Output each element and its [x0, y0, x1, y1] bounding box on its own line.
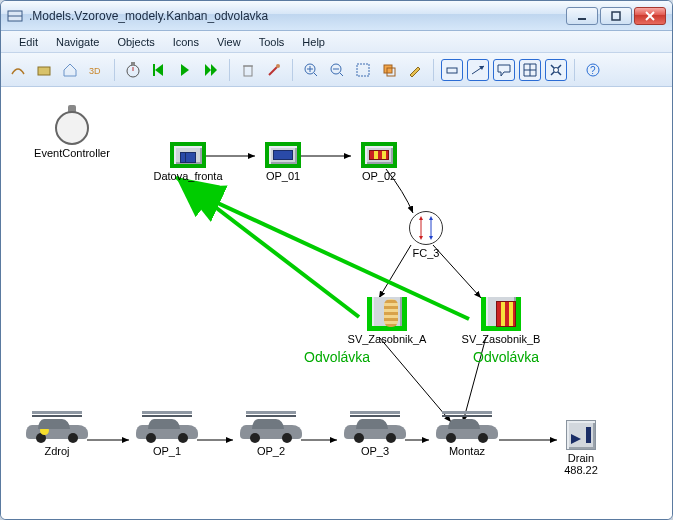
- svg-marker-44: [419, 236, 423, 240]
- node-label: Zdroj: [21, 445, 93, 457]
- drain-icon: [566, 420, 596, 450]
- menu-help[interactable]: Help: [294, 34, 333, 50]
- node-label: Montaz: [431, 445, 503, 457]
- fit-icon[interactable]: [352, 59, 374, 81]
- minimize-button[interactable]: [566, 7, 598, 25]
- fast-forward-icon[interactable]: [200, 59, 222, 81]
- svg-rect-16: [244, 66, 252, 76]
- svg-line-24: [340, 73, 343, 76]
- svg-rect-29: [447, 68, 457, 73]
- node-event-controller[interactable]: EventController: [27, 105, 117, 159]
- car-icon: [344, 417, 406, 443]
- menu-objects[interactable]: Objects: [109, 34, 162, 50]
- layers-icon[interactable]: [378, 59, 400, 81]
- svg-marker-14: [205, 64, 211, 76]
- menubar: Edit Navigate Objects Icons View Tools H…: [1, 31, 672, 53]
- grid-icon[interactable]: [519, 59, 541, 81]
- node-op1[interactable]: OP_1: [131, 417, 203, 457]
- svg-marker-13: [181, 64, 189, 76]
- svg-text:?: ?: [590, 65, 596, 76]
- stopwatch-icon: [53, 105, 91, 145]
- window-title: .Models.Vzorove_modely.Kanban_odvolavka: [29, 9, 566, 23]
- node-label: EventController: [27, 147, 117, 159]
- node-label: OP_02: [349, 170, 409, 182]
- node-label: Datova_fronta: [143, 170, 233, 182]
- model-canvas[interactable]: EventController Datova_fronta OP_01 OP_0…: [1, 87, 672, 519]
- node-datova-fronta[interactable]: Datova_fronta: [143, 142, 233, 182]
- node-op3[interactable]: OP_3: [339, 417, 411, 457]
- car-icon: [436, 417, 498, 443]
- svg-rect-12: [153, 64, 155, 76]
- svg-marker-46: [429, 236, 433, 240]
- drain-value: 488.22: [557, 464, 605, 476]
- brush-icon[interactable]: [263, 59, 285, 81]
- node-label: OP_01: [253, 170, 313, 182]
- node-op2[interactable]: OP_2: [235, 417, 307, 457]
- svg-marker-15: [211, 64, 217, 76]
- home-icon[interactable]: [59, 59, 81, 81]
- car-icon: [136, 417, 198, 443]
- play-icon[interactable]: [174, 59, 196, 81]
- application-window: .Models.Vzorove_modely.Kanban_odvolavka …: [0, 0, 673, 520]
- window-controls: [566, 7, 666, 25]
- node-label: OP_3: [339, 445, 411, 457]
- node-zdroj[interactable]: Zdroj: [21, 417, 93, 457]
- zoom-in-icon[interactable]: [300, 59, 322, 81]
- svg-line-41: [176, 177, 359, 317]
- node-label: OP_1: [131, 445, 203, 457]
- flow-control-icon: [409, 211, 443, 245]
- titlebar: .Models.Vzorove_modely.Kanban_odvolavka: [1, 1, 672, 31]
- svg-point-31: [554, 67, 559, 72]
- svg-point-18: [276, 64, 280, 68]
- step-back-icon[interactable]: [148, 59, 170, 81]
- svg-rect-27: [384, 65, 392, 73]
- svg-rect-26: [357, 64, 369, 76]
- node-fc3[interactable]: FC_3: [401, 211, 451, 259]
- svg-line-20: [314, 73, 317, 76]
- menu-view[interactable]: View: [209, 34, 249, 50]
- mode-connect-icon[interactable]: [467, 59, 489, 81]
- pencil-icon[interactable]: [404, 59, 426, 81]
- help-icon[interactable]: ?: [582, 59, 604, 81]
- delete-icon[interactable]: [237, 59, 259, 81]
- close-button[interactable]: [634, 7, 666, 25]
- svg-marker-11: [155, 64, 163, 76]
- mode-select-icon[interactable]: [441, 59, 463, 81]
- open-icon[interactable]: [33, 59, 55, 81]
- buffer-icon: [170, 142, 206, 168]
- menu-icons[interactable]: Icons: [165, 34, 207, 50]
- node-op01[interactable]: OP_01: [253, 142, 313, 182]
- node-label: SV_Zasobnik_B: [451, 333, 551, 345]
- settings-icon[interactable]: [545, 59, 567, 81]
- svg-rect-3: [612, 12, 620, 20]
- menu-navigate[interactable]: Navigate: [48, 34, 107, 50]
- process-icon: [265, 142, 301, 168]
- clock-reset-icon[interactable]: [122, 59, 144, 81]
- svg-rect-10: [131, 62, 135, 65]
- svg-text:3D: 3D: [89, 66, 101, 76]
- menu-edit[interactable]: Edit: [11, 34, 46, 50]
- node-label: SV_Zasobnik_A: [337, 333, 437, 345]
- node-montaz[interactable]: Montaz: [431, 417, 503, 457]
- node-drain[interactable]: Drain 488.22: [557, 420, 605, 476]
- car-icon: [240, 417, 302, 443]
- node-sv-a[interactable]: SV_Zasobnik_A: [337, 297, 437, 345]
- model-3d-icon[interactable]: 3D: [85, 59, 107, 81]
- store-busy-icon: [481, 297, 521, 331]
- toolbar: 3D ?: [1, 53, 672, 87]
- annotation-odvolavka-b: Odvolávka: [473, 349, 539, 365]
- node-op02[interactable]: OP_02: [349, 142, 409, 182]
- mode-comment-icon[interactable]: [493, 59, 515, 81]
- zoom-out-icon[interactable]: [326, 59, 348, 81]
- node-label: OP_2: [235, 445, 307, 457]
- svg-marker-45: [429, 216, 433, 220]
- connector-icon[interactable]: [7, 59, 29, 81]
- app-icon: [7, 8, 23, 24]
- process-busy-icon: [361, 142, 397, 168]
- menu-tools[interactable]: Tools: [251, 34, 293, 50]
- node-label: FC_3: [401, 247, 451, 259]
- maximize-button[interactable]: [600, 7, 632, 25]
- source-car-icon: [26, 417, 88, 443]
- store-icon: [367, 297, 407, 331]
- node-sv-b[interactable]: SV_Zasobnik_B: [451, 297, 551, 345]
